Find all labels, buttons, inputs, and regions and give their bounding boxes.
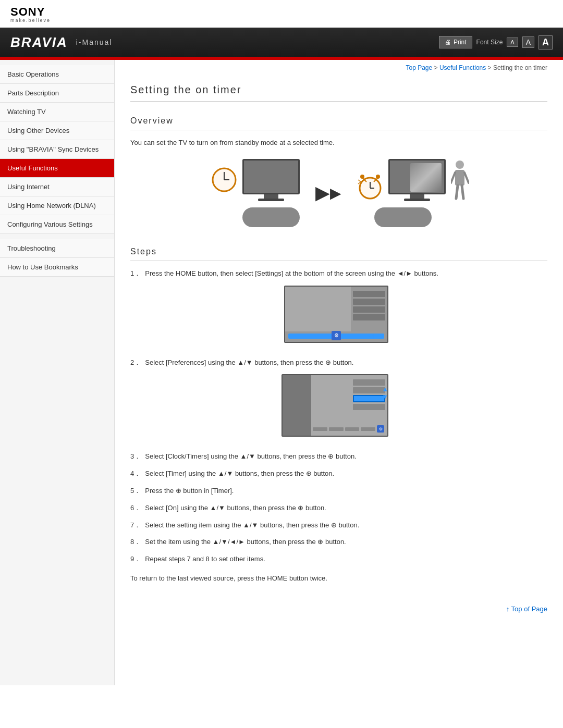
- imanual-label: i-Manual: [76, 38, 113, 46]
- step-3-text: Select [Clock/Timers] using the ▲/▼ butt…: [145, 451, 357, 462]
- illus-left: [211, 159, 300, 227]
- tv-stand-left: [242, 207, 300, 227]
- step-2: 2． Select [Preferences] using the ▲/▼ bu…: [130, 357, 547, 368]
- top-bar: SONY make.believe: [0, 0, 563, 28]
- svg-point-8: [360, 175, 364, 179]
- bravia-title: BRAVIA i-Manual: [10, 34, 112, 51]
- font-size-large-button[interactable]: A: [538, 35, 553, 50]
- step-9: 9． Repeat steps 7 and 8 to set other ite…: [130, 554, 547, 565]
- top-of-page-container: ↑ Top of Page: [130, 595, 547, 623]
- sidebar-item-configuring-settings[interactable]: Configuring Various Settings: [0, 215, 114, 234]
- step-1: 1． Press the HOME button, then select [S…: [130, 268, 547, 279]
- content-area: Top Page > Useful Functions > Setting th…: [115, 60, 563, 685]
- sony-logo: SONY make.believe: [10, 6, 553, 23]
- step-8-num: 8．: [130, 537, 141, 548]
- bravia-logo: BRAVIA: [10, 34, 68, 51]
- font-size-medium-button[interactable]: A: [522, 36, 534, 48]
- sidebar-spacer: [0, 234, 114, 239]
- step-7-text: Select the setting item using the ▲/▼ bu…: [145, 520, 359, 531]
- step-5-text: Press the ⊕ button in [Timer].: [145, 486, 234, 497]
- step-7-num: 7．: [130, 520, 141, 531]
- step-1-image: ◄ ► ⚙: [284, 286, 394, 348]
- font-size-small-button[interactable]: A: [507, 38, 518, 47]
- step-3: 3． Select [Clock/Timers] using the ▲/▼ b…: [130, 451, 547, 462]
- top-of-page-link[interactable]: ↑ Top of Page: [506, 605, 547, 613]
- svg-line-15: [464, 172, 469, 183]
- step-5-num: 5．: [130, 486, 141, 497]
- sidebar-item-basic-operations[interactable]: Basic Operations: [0, 65, 114, 84]
- timer-illustration: ▶: [130, 159, 547, 227]
- svg-line-17: [462, 186, 463, 199]
- step-6-num: 6．: [130, 503, 141, 514]
- bravia-bar: BRAVIA i-Manual 🖨 Print Font Size A A A: [0, 28, 563, 57]
- sidebar-item-parts-description[interactable]: Parts Description: [0, 84, 114, 103]
- step-8-text: Set the item using the ▲/▼/◄/► buttons, …: [145, 537, 346, 548]
- step-7: 7． Select the setting item using the ▲/▼…: [130, 520, 547, 531]
- step-2-image: ▲ ▼ ⚙: [282, 374, 396, 442]
- print-button[interactable]: 🖨 Print: [439, 36, 472, 48]
- breadcrumb-top-page[interactable]: Top Page: [406, 64, 432, 71]
- up-arrow-icon: ↑: [506, 605, 511, 613]
- sidebar: Basic Operations Parts Description Watch…: [0, 60, 115, 685]
- step-4: 4． Select [Timer] using the ▲/▼ buttons,…: [130, 468, 547, 479]
- main-layout: Basic Operations Parts Description Watch…: [0, 60, 563, 685]
- breadcrumb-sep2: >: [488, 64, 493, 71]
- illus-right: [357, 159, 467, 227]
- sidebar-item-troubleshooting[interactable]: Troubleshooting: [0, 239, 114, 258]
- sidebar-item-using-internet[interactable]: Using Internet: [0, 178, 114, 196]
- sidebar-item-bravia-sync[interactable]: Using "BRAVIA" Sync Devices: [0, 140, 114, 159]
- step-2-num: 2．: [130, 357, 141, 368]
- overview-text: You can set the TV to turn on from stand…: [130, 138, 547, 149]
- breadcrumb-sep1: >: [434, 64, 439, 71]
- sidebar-item-useful-functions[interactable]: Useful Functions: [0, 159, 114, 178]
- breadcrumb: Top Page > Useful Functions > Setting th…: [130, 60, 547, 76]
- clock-illustration: [211, 167, 237, 193]
- step-9-num: 9．: [130, 554, 141, 565]
- font-size-label: Font Size: [476, 39, 503, 46]
- step-5: 5． Press the ⊕ button in [Timer].: [130, 486, 547, 497]
- step-4-text: Select [Timer] using the ▲/▼ buttons, th…: [145, 468, 334, 479]
- tv-illustration-left: [242, 159, 300, 201]
- sidebar-item-home-network[interactable]: Using Home Network (DLNA): [0, 196, 114, 215]
- svg-line-11: [358, 180, 361, 182]
- sidebar-item-using-other-devices[interactable]: Using Other Devices: [0, 121, 114, 140]
- footer-note: To return to the last viewed source, pre…: [130, 573, 547, 584]
- sidebar-item-watching-tv[interactable]: Watching TV: [0, 103, 114, 121]
- alarm-clock-illustration: [357, 172, 383, 201]
- page-title: Setting the on timer: [130, 76, 547, 102]
- svg-rect-13: [455, 170, 464, 186]
- svg-point-9: [376, 175, 380, 179]
- steps-list: 1． Press the HOME button, then select [S…: [130, 268, 547, 565]
- breadcrumb-useful-functions[interactable]: Useful Functions: [439, 64, 486, 71]
- print-icon: 🖨: [445, 39, 451, 46]
- svg-point-12: [456, 161, 464, 169]
- sidebar-item-bookmarks[interactable]: How to Use Bookmarks: [0, 258, 114, 277]
- transition-arrow: ▶: [315, 185, 341, 201]
- step-4-num: 4．: [130, 468, 141, 479]
- svg-line-14: [451, 172, 455, 183]
- step-1-num: 1．: [130, 268, 141, 279]
- tv-stand-right: [374, 207, 432, 227]
- svg-line-16: [456, 186, 458, 199]
- overview-title: Overview: [130, 112, 547, 130]
- step-2-text: Select [Preferences] using the ▲/▼ butto…: [145, 357, 353, 368]
- person-illustration: [451, 159, 467, 201]
- step-9-text: Repeat steps 7 and 8 to set other items.: [145, 554, 265, 565]
- step-3-num: 3．: [130, 451, 141, 462]
- steps-title: Steps: [130, 243, 547, 261]
- step-8: 8． Set the item using the ▲/▼/◄/► button…: [130, 537, 547, 548]
- top-of-page-label: Top of Page: [511, 605, 547, 613]
- breadcrumb-current: Setting the on timer: [493, 64, 547, 71]
- step-6: 6． Select [On] using the ▲/▼ buttons, th…: [130, 503, 547, 514]
- step-6-text: Select [On] using the ▲/▼ buttons, then …: [145, 503, 326, 514]
- step-1-text: Press the HOME button, then select [Sett…: [145, 268, 438, 279]
- bravia-controls: 🖨 Print Font Size A A A: [439, 35, 553, 50]
- tv-illustration-right: [388, 159, 446, 201]
